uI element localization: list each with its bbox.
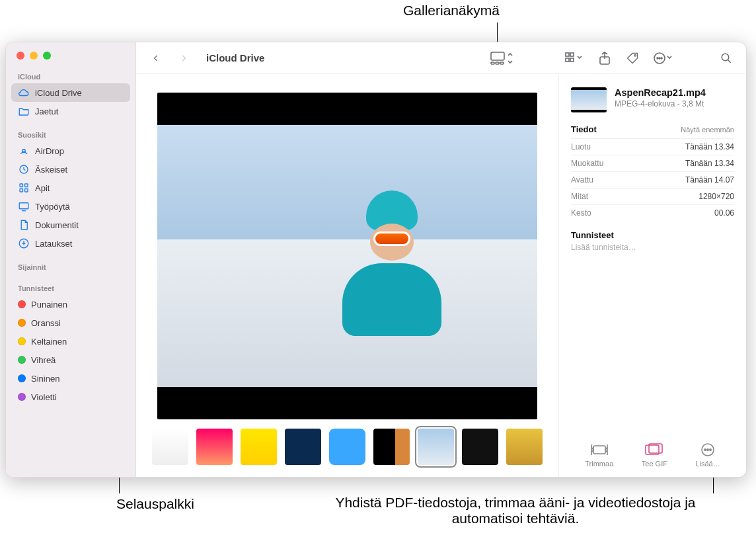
sidebar-tag-green[interactable]: Vihreä [11, 351, 130, 369]
svg-rect-2 [20, 184, 23, 187]
forward-button[interactable] [174, 49, 193, 67]
action-label: Trimmaa [585, 460, 613, 468]
svg-rect-8 [491, 52, 504, 60]
more-actions-button[interactable] [651, 49, 675, 67]
sidebar-item-documents[interactable]: Dokumentit [11, 216, 130, 234]
thumb-item[interactable] [506, 429, 543, 465]
info-value: 1280×720 [699, 192, 734, 201]
sidebar-item-label: AirDrop [35, 146, 64, 156]
close-window-button[interactable] [17, 52, 24, 60]
callout-gallery-view: Gallerianäkymä [403, 3, 500, 19]
group-by-button[interactable] [561, 49, 586, 67]
tag-dot-icon [18, 337, 26, 345]
tags-button[interactable] [623, 49, 642, 67]
svg-rect-10 [496, 62, 499, 64]
sidebar: iCloud iCloud Drive Jaetut Suosikit AirD… [6, 42, 136, 477]
svg-rect-11 [500, 62, 504, 64]
sidebar-tag-red[interactable]: Punainen [11, 295, 130, 314]
minimize-window-button[interactable] [30, 52, 38, 60]
shared-folder-icon [18, 105, 30, 117]
info-row: AvattuTänään 14.07 [571, 171, 734, 188]
sidebar-item-desktop[interactable]: Työpöytä [11, 197, 130, 216]
sidebar-item-recents[interactable]: Äskeiset [11, 160, 130, 179]
sidebar-tag-blue[interactable]: Sininen [11, 369, 130, 388]
fullscreen-window-button[interactable] [43, 52, 51, 60]
tag-dot-icon [18, 319, 26, 327]
sidebar-item-icloud-drive[interactable]: iCloud Drive [11, 83, 130, 102]
finder-window: iCloud iCloud Drive Jaetut Suosikit AirD… [5, 42, 747, 478]
info-key: Luotu [571, 142, 591, 151]
svg-rect-12 [566, 53, 569, 56]
sidebar-tag-yellow[interactable]: Keltainen [11, 332, 130, 351]
svg-point-28 [707, 449, 708, 450]
svg-point-22 [722, 54, 729, 61]
sidebar-section-locations: Sijainnit [11, 259, 130, 274]
thumb-item[interactable] [462, 429, 498, 465]
info-value: 00.06 [714, 208, 734, 218]
info-key: Kesto [571, 208, 591, 218]
svg-point-29 [710, 449, 711, 450]
content-area: AspenRecap21.mp4 MPEG-4-elokuva - 3,8 Mt… [136, 74, 746, 477]
info-subtitle: MPEG-4-elokuva - 3,8 Mt [615, 99, 706, 108]
callout-browse-bar: Selauspalkki [116, 496, 194, 512]
sidebar-item-label: Lataukset [35, 239, 72, 249]
thumb-item-folder[interactable] [329, 429, 365, 465]
window-title: iCloud Drive [206, 52, 264, 63]
svg-rect-6 [19, 203, 28, 209]
thumb-item[interactable] [196, 429, 233, 465]
sidebar-item-label: Apit [35, 183, 50, 193]
sidebar-item-label: Työpöytä [35, 202, 70, 212]
more-action[interactable]: Lisää… [695, 442, 720, 468]
search-button[interactable] [717, 49, 736, 67]
thumb-item[interactable] [241, 429, 277, 465]
sidebar-item-downloads[interactable]: Lataukset [11, 234, 130, 253]
sidebar-item-shared[interactable]: Jaetut [11, 102, 130, 120]
tag-dot-icon [18, 356, 26, 364]
window-controls [11, 48, 130, 69]
back-button[interactable] [147, 49, 165, 67]
svg-rect-9 [491, 62, 494, 64]
sidebar-item-label: Vihreä [31, 355, 56, 365]
sidebar-item-label: Keltainen [31, 337, 67, 347]
sidebar-tag-violet[interactable]: Violetti [11, 388, 130, 406]
info-row: LuotuTänään 13.34 [571, 138, 734, 155]
callout-quick-actions: Yhdistä PDF-tiedostoja, trimmaa ääni- ja… [311, 495, 720, 526]
svg-rect-3 [25, 184, 28, 187]
svg-rect-15 [570, 58, 574, 62]
svg-point-20 [659, 58, 660, 59]
thumb-item[interactable] [285, 429, 321, 465]
thumb-item[interactable] [152, 429, 188, 465]
add-tags-input[interactable]: Lisää tunnisteita… [571, 243, 734, 252]
document-icon [18, 219, 30, 231]
svg-point-19 [657, 58, 658, 59]
view-switcher-gallery[interactable] [487, 49, 516, 67]
sidebar-item-label: Äskeiset [35, 165, 67, 175]
info-key: Muokattu [571, 159, 603, 168]
info-thumbnail [571, 87, 607, 112]
svg-rect-14 [566, 58, 569, 62]
show-more-button[interactable]: Näytä enemmän [681, 126, 734, 134]
info-value: Tänään 13.34 [685, 159, 734, 168]
svg-point-17 [634, 54, 636, 56]
sidebar-item-label: Sininen [31, 374, 59, 384]
sidebar-tag-orange[interactable]: Oranssi [11, 314, 130, 332]
share-button[interactable] [595, 49, 614, 67]
gif-action[interactable]: Tee GIF [642, 442, 667, 468]
download-icon [18, 237, 30, 249]
sidebar-item-apps[interactable]: Apit [11, 179, 130, 197]
trim-action[interactable]: Trimmaa [585, 442, 613, 468]
preview-image[interactable] [157, 93, 537, 419]
sidebar-section-icloud: iCloud [11, 69, 130, 83]
thumb-item[interactable] [373, 429, 410, 465]
trim-icon [589, 442, 609, 457]
gif-icon [644, 442, 664, 457]
sidebar-item-label: Violetti [31, 392, 57, 402]
apps-icon [18, 182, 30, 194]
sidebar-item-airdrop[interactable]: AirDrop [11, 142, 130, 160]
svg-rect-23 [593, 446, 605, 454]
thumb-item-selected[interactable] [418, 429, 454, 465]
action-label: Tee GIF [642, 460, 667, 468]
tags-section-title: Tunnisteet [571, 230, 734, 240]
info-section-title: Tiedot [571, 124, 597, 134]
browse-bar [149, 419, 545, 465]
